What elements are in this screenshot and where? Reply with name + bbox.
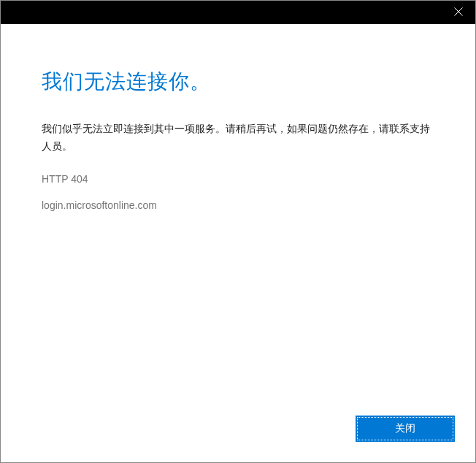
error-code: HTTP 404 [42, 173, 434, 185]
dialog-footer: 关闭 [1, 417, 475, 462]
titlebar [1, 1, 475, 24]
dialog-heading: 我们无法连接你。 [42, 68, 434, 96]
error-domain: login.microsoftonline.com [42, 199, 434, 211]
close-button[interactable] [442, 1, 475, 24]
dialog-message: 我们似乎无法立即连接到其中一项服务。请稍后再试，如果问题仍然存在，请联系支持人员… [42, 120, 434, 156]
dialog-content: 我们无法连接你。 我们似乎无法立即连接到其中一项服务。请稍后再试，如果问题仍然存… [1, 24, 475, 417]
close-icon [454, 6, 463, 19]
close-action-button[interactable]: 关闭 [357, 417, 453, 440]
